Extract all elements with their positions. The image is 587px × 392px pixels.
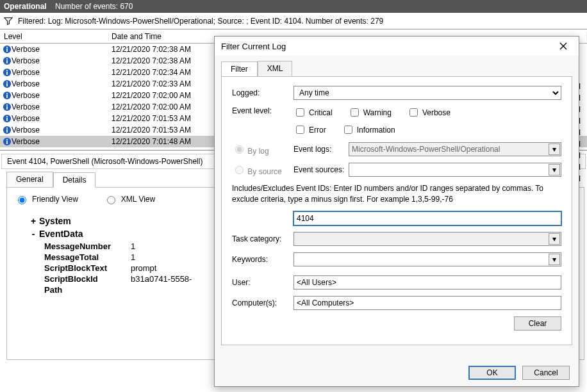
info-icon xyxy=(0,91,12,100)
chk-error[interactable]: Error xyxy=(294,124,326,136)
tree-key: ScriptBlockText xyxy=(44,263,131,273)
tree-key: ScriptBlockId xyxy=(44,274,131,284)
info-icon xyxy=(0,45,12,54)
chk-warning[interactable]: Warning xyxy=(348,106,392,118)
label-event-sources: Event sources: xyxy=(294,165,349,174)
tree-key: MessageNumber xyxy=(44,241,131,251)
svg-rect-5 xyxy=(6,60,8,63)
svg-rect-22 xyxy=(6,127,8,129)
radio-by-log: By log xyxy=(232,143,294,156)
filter-summary-bar: Filtered: Log: Microsoft-Windows-PowerSh… xyxy=(0,13,587,29)
tree-value: 1 xyxy=(131,252,135,262)
dialog-titlebar: Filter Current Log xyxy=(215,37,579,56)
event-id-input[interactable] xyxy=(294,211,561,225)
task-category-combo xyxy=(294,232,561,246)
event-sources-combo[interactable] xyxy=(349,163,561,177)
chk-verbose[interactable]: Verbose xyxy=(407,106,451,118)
dialog-title: Filter Current Log xyxy=(221,42,286,51)
svg-rect-2 xyxy=(6,49,8,52)
svg-rect-14 xyxy=(6,95,8,98)
header-subtitle: Number of events: 670 xyxy=(55,2,133,11)
tab-details[interactable]: Details xyxy=(53,172,96,188)
svg-rect-10 xyxy=(6,81,8,83)
svg-rect-13 xyxy=(6,93,8,94)
window-header: Operational Number of events: 670 xyxy=(0,0,587,13)
filter-summary-text: Filtered: Log: Microsoft-Windows-PowerSh… xyxy=(18,17,383,26)
label-event-level: Event level: xyxy=(232,106,294,115)
column-level[interactable]: Level xyxy=(0,32,109,41)
row-level: Verbose xyxy=(12,91,109,100)
tree-key: Path xyxy=(44,285,131,295)
svg-rect-7 xyxy=(6,70,8,71)
label-keywords: Keywords: xyxy=(232,255,294,264)
info-icon xyxy=(0,68,12,77)
event-id-hint: Includes/Excludes Event IDs: Enter ID nu… xyxy=(232,183,561,205)
chk-critical[interactable]: Critical xyxy=(294,106,333,118)
row-level: Verbose xyxy=(12,45,109,54)
row-level: Verbose xyxy=(12,114,109,123)
label-user: User: xyxy=(232,278,294,287)
radio-by-source: By source xyxy=(232,164,294,176)
close-icon[interactable] xyxy=(554,39,572,53)
funnel-icon xyxy=(4,17,13,26)
dialog-tab-xml[interactable]: XML xyxy=(258,61,293,76)
svg-rect-26 xyxy=(6,141,8,144)
svg-rect-11 xyxy=(6,83,8,86)
svg-rect-19 xyxy=(6,116,8,117)
clear-button[interactable]: Clear xyxy=(514,316,561,331)
svg-rect-16 xyxy=(6,104,8,106)
info-icon xyxy=(0,79,12,88)
filter-dialog: Filter Current Log Filter XML Logged: An… xyxy=(214,36,579,387)
cancel-button[interactable]: Cancel xyxy=(522,366,570,380)
label-event-logs: Event logs: xyxy=(294,145,349,154)
radio-friendly-view[interactable]: Friendly View xyxy=(15,194,78,204)
user-input[interactable] xyxy=(294,275,561,290)
radio-xml-view[interactable]: XML View xyxy=(104,194,155,204)
tree-value: 1 xyxy=(131,241,135,251)
keywords-combo[interactable] xyxy=(294,252,561,266)
info-icon xyxy=(0,102,12,111)
ok-button[interactable]: OK xyxy=(468,366,516,380)
info-icon xyxy=(0,126,12,135)
row-level: Verbose xyxy=(12,79,109,88)
header-title: Operational xyxy=(4,2,47,11)
logged-select[interactable]: Any time xyxy=(294,86,561,100)
info-icon xyxy=(0,56,12,65)
svg-rect-4 xyxy=(6,58,8,60)
label-task-category: Task category: xyxy=(232,234,294,243)
info-icon xyxy=(0,137,12,146)
dialog-tab-filter[interactable]: Filter xyxy=(221,61,258,77)
event-logs-combo xyxy=(349,142,561,156)
svg-rect-1 xyxy=(6,47,8,48)
info-icon xyxy=(0,114,12,123)
chk-information[interactable]: Information xyxy=(342,124,395,136)
svg-rect-23 xyxy=(6,129,8,133)
label-logged: Logged: xyxy=(232,88,294,97)
row-level: Verbose xyxy=(12,56,109,65)
svg-rect-20 xyxy=(6,118,8,121)
svg-rect-8 xyxy=(6,72,8,75)
tree-key: MessageTotal xyxy=(44,252,131,262)
row-level: Verbose xyxy=(12,102,109,111)
row-level: Verbose xyxy=(12,68,109,77)
svg-rect-17 xyxy=(6,106,8,110)
tree-value: prompt xyxy=(131,263,156,273)
row-level: Verbose xyxy=(12,137,109,146)
tab-general[interactable]: General xyxy=(6,172,53,187)
computers-input[interactable] xyxy=(294,296,561,310)
dialog-body: Logged: Any time Event level: Critical W… xyxy=(221,76,572,345)
svg-rect-25 xyxy=(6,139,8,140)
row-level: Verbose xyxy=(12,126,109,135)
label-computers: Computer(s): xyxy=(232,298,294,307)
tree-value: b31a0741-5558- xyxy=(131,274,192,284)
